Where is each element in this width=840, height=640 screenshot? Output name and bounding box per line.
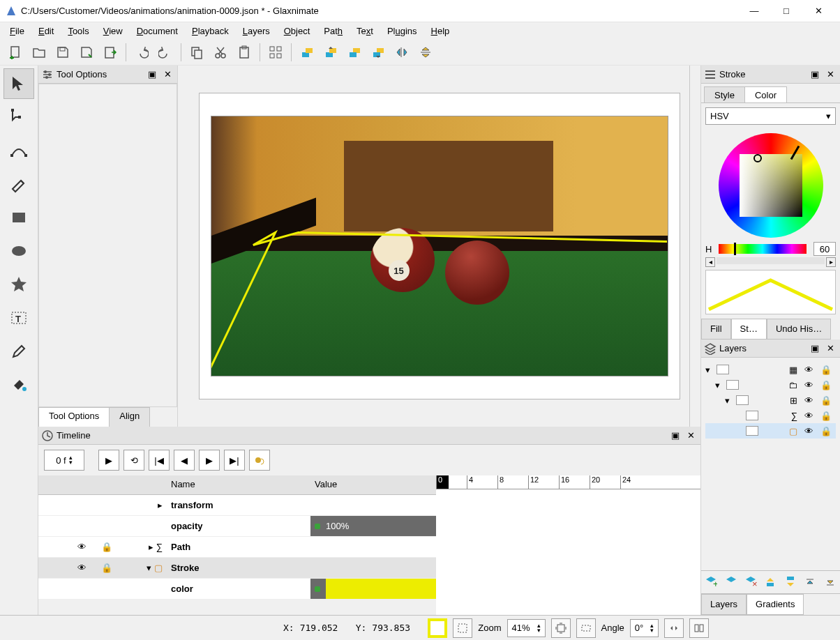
color-picker-tool[interactable] — [3, 336, 34, 367]
lock-icon[interactable]: 🔒 — [820, 411, 832, 421]
fill-tool[interactable] — [3, 369, 34, 400]
zoom-reset-button[interactable] — [551, 618, 571, 638]
timeline-float-icon[interactable]: ▣ — [668, 429, 682, 443]
timeline-row[interactable]: color — [38, 579, 436, 600]
stroke-tab-style[interactable]: Style — [704, 86, 745, 102]
menu-help[interactable]: Help — [426, 24, 456, 38]
new-file-button[interactable] — [4, 41, 27, 63]
bezier-tool[interactable] — [3, 135, 34, 166]
hue-value[interactable]: 60 — [813, 242, 836, 256]
tab-layers[interactable]: Layers — [701, 594, 747, 615]
save-as-button[interactable] — [75, 41, 98, 63]
panel-close-icon[interactable]: ✕ — [160, 68, 174, 82]
tab-stroke[interactable]: St… — [731, 319, 767, 340]
raise-button[interactable] — [320, 41, 342, 63]
first-frame-button[interactable]: |◀ — [149, 450, 170, 471]
visibility-icon[interactable]: 👁 — [804, 365, 813, 375]
stroke-close-icon[interactable]: ✕ — [823, 68, 837, 82]
color-mode-select[interactable]: HSV▾ — [705, 107, 836, 125]
menu-plugins[interactable]: Plugins — [382, 24, 423, 38]
scroll-left[interactable]: ◂ — [705, 257, 715, 267]
layers-float-icon[interactable]: ▣ — [808, 342, 822, 356]
visibility-icon[interactable]: 👁 — [804, 395, 813, 406]
flip-canvas-h-button[interactable] — [664, 618, 684, 638]
save-button[interactable] — [52, 41, 74, 63]
edit-nodes-tool[interactable] — [3, 102, 34, 132]
angle-spinner[interactable]: 0°▴▾ — [630, 619, 659, 637]
flip-v-button[interactable] — [414, 41, 437, 63]
color-scroll[interactable] — [717, 257, 825, 264]
tab-align[interactable]: Align — [109, 407, 150, 427]
copy-button[interactable] — [186, 41, 208, 63]
select-tool[interactable] — [3, 68, 34, 99]
duplicate-layer-button[interactable] — [725, 575, 737, 590]
menu-playback[interactable]: Playback — [186, 24, 234, 38]
visibility-icon[interactable]: 👁 — [804, 426, 813, 436]
delete-layer-button[interactable]: × — [744, 575, 757, 590]
visibility-icon[interactable]: 👁 — [804, 411, 813, 421]
lower-button[interactable] — [343, 41, 366, 63]
timeline-row[interactable]: 👁🔒▾ ▢Stroke — [38, 558, 436, 579]
lock-icon[interactable]: 🔒 — [820, 395, 832, 406]
menu-document[interactable]: Document — [131, 24, 183, 38]
record-button[interactable] — [249, 450, 270, 471]
menu-file[interactable]: File — [4, 24, 30, 38]
play-button[interactable]: ▶ — [98, 450, 119, 471]
maximize-button[interactable]: □ — [770, 0, 802, 22]
timeline-row[interactable]: ▸transform — [38, 495, 436, 516]
panel-float-icon[interactable]: ▣ — [145, 68, 159, 82]
last-frame-button[interactable]: ▶| — [224, 450, 245, 471]
rectangle-tool[interactable] — [3, 202, 34, 233]
prev-frame-button[interactable]: ◀ — [174, 450, 195, 471]
timeline-close-icon[interactable]: ✕ — [684, 429, 698, 443]
close-button[interactable]: ✕ — [802, 0, 834, 22]
open-file-button[interactable] — [28, 41, 50, 63]
menu-path[interactable]: Path — [318, 24, 348, 38]
layer-down-button[interactable] — [784, 575, 797, 590]
lock-icon[interactable]: 🔒 — [820, 380, 832, 390]
snap-grid-button[interactable] — [264, 41, 287, 63]
layers-tree[interactable]: ▾▦👁🔒 ▾🗀👁🔒 ▾⊞👁🔒 ∑👁🔒 ▢👁🔒 — [701, 358, 840, 570]
add-layer-button[interactable]: + — [705, 575, 717, 590]
timeline-row[interactable]: 👁🔒▸ ∑Path — [38, 537, 436, 558]
canvas[interactable]: 15 — [199, 93, 680, 399]
cut-button[interactable] — [209, 41, 232, 63]
color-wheel[interactable] — [719, 133, 823, 238]
tab-undo-history[interactable]: Undo His… — [767, 319, 831, 340]
tab-fill[interactable]: Fill — [701, 319, 731, 340]
layer-top-button[interactable] — [804, 575, 816, 590]
flip-canvas-v-button[interactable] — [689, 618, 709, 638]
zoom-spinner[interactable]: 41%▴▾ — [507, 619, 546, 637]
text-tool[interactable]: T — [3, 303, 34, 333]
layer-up-button[interactable] — [764, 575, 777, 590]
menu-view[interactable]: View — [98, 24, 128, 38]
frame-spinner[interactable]: 0 f▴▾ — [44, 450, 84, 471]
undo-button[interactable] — [130, 41, 153, 63]
visibility-icon[interactable]: 👁 — [804, 380, 813, 390]
lock-icon[interactable]: 🔒 — [820, 426, 832, 436]
menu-tools[interactable]: Tools — [62, 24, 94, 38]
loop-button[interactable]: ⟲ — [123, 450, 144, 471]
menu-layers[interactable]: Layers — [237, 24, 276, 38]
canvas-vscroll[interactable] — [689, 66, 700, 427]
lock-icon[interactable]: 🔒 — [820, 365, 832, 375]
freehand-tool[interactable] — [3, 169, 34, 199]
menu-object[interactable]: Object — [278, 24, 316, 38]
minimize-button[interactable]: — — [738, 0, 770, 22]
stroke-tab-color[interactable]: Color — [744, 86, 787, 102]
menu-text[interactable]: Text — [351, 24, 379, 38]
next-frame-button[interactable]: ▶ — [199, 450, 220, 471]
menu-edit[interactable]: Edit — [33, 24, 59, 38]
redo-button[interactable] — [154, 41, 177, 63]
tab-tool-options[interactable]: Tool Options — [38, 407, 110, 427]
raise-top-button[interactable] — [296, 41, 318, 63]
hue-slider[interactable] — [719, 244, 807, 254]
ellipse-tool[interactable] — [3, 236, 34, 266]
current-color-swatch[interactable] — [428, 618, 447, 638]
layers-close-icon[interactable]: ✕ — [823, 342, 837, 356]
flip-h-button[interactable] — [391, 41, 413, 63]
stroke-float-icon[interactable]: ▣ — [808, 68, 822, 82]
layer-bottom-button[interactable] — [824, 575, 837, 590]
tab-gradients[interactable]: Gradients — [747, 594, 804, 615]
lower-bottom-button[interactable] — [367, 41, 389, 63]
